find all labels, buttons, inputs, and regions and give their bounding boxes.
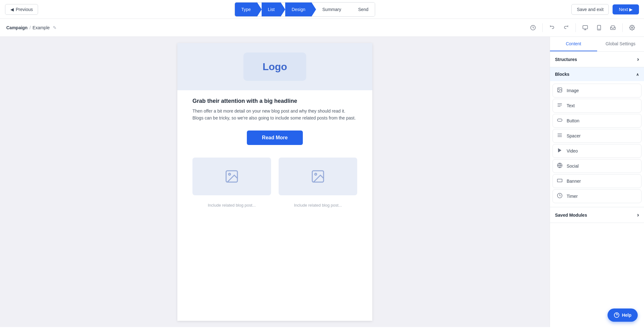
- step-design-label: Design: [291, 7, 305, 12]
- help-label: Help: [622, 313, 631, 318]
- button-section: Read More: [177, 125, 372, 153]
- logo-section: Logo: [177, 43, 372, 90]
- blocks-section: Blocks Image Text: [550, 67, 644, 207]
- toolbar-icons: [527, 22, 638, 33]
- step-list-arrow: [281, 3, 285, 16]
- step-summary-arrow: [347, 3, 352, 16]
- spacer-block-icon: [557, 132, 563, 139]
- step-type-label: Type: [241, 7, 251, 12]
- related-posts-section: Include related blog post... Include rel…: [177, 200, 372, 210]
- next-label: Next ▶: [619, 7, 633, 12]
- settings-icon[interactable]: [626, 22, 638, 33]
- block-item-spacer-label: Spacer: [567, 133, 580, 138]
- button-block-icon: [557, 117, 563, 124]
- block-item-video[interactable]: Video: [552, 144, 641, 158]
- toolbar-divider-1: [542, 23, 543, 32]
- block-item-timer[interactable]: Timer: [552, 189, 641, 203]
- svg-point-8: [229, 173, 230, 175]
- block-item-button[interactable]: Button: [552, 114, 641, 128]
- structures-header[interactable]: Structures: [550, 52, 644, 67]
- block-item-spacer[interactable]: Spacer: [552, 129, 641, 143]
- step-send-label: Send: [358, 7, 369, 12]
- svg-point-6: [631, 27, 633, 29]
- mobile-preview-icon[interactable]: [593, 22, 605, 33]
- svg-rect-16: [558, 119, 562, 121]
- chevron-left-icon: ◀: [10, 7, 14, 12]
- redo-icon[interactable]: [560, 22, 572, 33]
- structures-section: Structures: [550, 52, 644, 67]
- svg-point-5: [599, 29, 599, 30]
- image-placeholder-icon-1: [224, 169, 239, 184]
- cards-section: [177, 153, 372, 200]
- svg-point-12: [558, 89, 559, 89]
- undo-icon[interactable]: [547, 22, 558, 33]
- right-nav: Save and exit Next ▶: [571, 4, 639, 15]
- breadcrumb-example: Example: [33, 25, 50, 30]
- video-block-icon: [557, 147, 563, 154]
- step-type[interactable]: Type: [235, 3, 257, 16]
- history-icon[interactable]: [527, 22, 539, 33]
- step-list[interactable]: List: [262, 3, 281, 16]
- text-block-icon: [557, 102, 563, 109]
- breadcrumb-edit-icon[interactable]: ✎: [53, 25, 57, 30]
- breadcrumb: Campaign / Example ✎: [6, 25, 57, 30]
- social-block-icon: [557, 163, 563, 170]
- blocks-header[interactable]: Blocks: [550, 67, 644, 81]
- block-item-social-label: Social: [567, 164, 579, 169]
- read-more-button[interactable]: Read More: [247, 131, 303, 145]
- help-icon: [614, 312, 619, 318]
- save-exit-button[interactable]: Save and exit: [571, 4, 609, 15]
- inbox-preview-icon[interactable]: [607, 22, 619, 33]
- panel-tabs: Content Global Settings: [550, 37, 644, 52]
- block-item-video-label: Video: [567, 148, 578, 153]
- tab-global-settings-label: Global Settings: [606, 41, 636, 46]
- step-design[interactable]: Design: [285, 3, 312, 16]
- svg-marker-20: [558, 148, 562, 153]
- svg-point-10: [315, 173, 317, 175]
- step-summary[interactable]: Summary: [316, 3, 347, 16]
- breadcrumb-campaign: Campaign: [6, 25, 28, 30]
- related-post-label-2: Include related blog post...: [279, 203, 357, 208]
- block-item-social[interactable]: Social: [552, 159, 641, 173]
- svg-rect-22: [558, 179, 562, 182]
- structures-chevron-icon: [637, 56, 639, 63]
- previous-label: Previous: [16, 7, 33, 12]
- block-item-image[interactable]: Image: [552, 84, 641, 97]
- saved-modules-chevron-icon: [637, 212, 639, 218]
- blocks-chevron-icon: [636, 72, 639, 77]
- email-headline: Grab their attention with a big headline: [192, 98, 357, 104]
- step-send[interactable]: Send: [352, 3, 375, 16]
- desktop-preview-icon[interactable]: [580, 22, 591, 33]
- next-button[interactable]: Next ▶: [613, 4, 639, 14]
- help-button[interactable]: Help: [608, 309, 638, 322]
- block-item-button-label: Button: [567, 118, 579, 123]
- svg-rect-1: [583, 25, 588, 29]
- saved-modules-label: Saved Modules: [555, 213, 587, 218]
- previous-button[interactable]: ◀ Previous: [5, 4, 38, 15]
- tab-global-settings[interactable]: Global Settings: [597, 37, 644, 51]
- breadcrumb-bar: Campaign / Example ✎: [0, 19, 644, 37]
- tab-content[interactable]: Content: [550, 37, 597, 51]
- block-item-banner[interactable]: Banner: [552, 174, 641, 188]
- main-layout: Logo Grab their attention with a big hea…: [0, 37, 644, 327]
- email-body-text: Then offer a bit more detail on your new…: [192, 108, 357, 122]
- save-exit-label: Save and exit: [577, 7, 603, 12]
- related-post-label-1: Include related blog post...: [192, 203, 271, 208]
- structures-label: Structures: [555, 57, 577, 62]
- steps-nav: Type List Design Summary Send: [235, 2, 375, 17]
- card-placeholder-1: [192, 158, 271, 195]
- blocks-label: Blocks: [555, 72, 569, 77]
- logo-text: Logo: [263, 61, 287, 73]
- block-item-timer-label: Timer: [567, 194, 578, 199]
- email-preview: Logo Grab their attention with a big hea…: [177, 43, 372, 321]
- saved-modules-header[interactable]: Saved Modules: [550, 207, 644, 223]
- toolbar-divider-3: [622, 23, 623, 32]
- blocks-list: Image Text Button: [550, 81, 644, 207]
- right-panel: Content Global Settings Structures Block…: [550, 37, 644, 327]
- image-block-icon: [557, 87, 563, 94]
- content-section: Grab their attention with a big headline…: [177, 90, 372, 125]
- block-item-text-label: Text: [567, 103, 575, 108]
- block-item-banner-label: Banner: [567, 179, 581, 184]
- block-item-text[interactable]: Text: [552, 99, 641, 113]
- card-placeholder-2: [279, 158, 357, 195]
